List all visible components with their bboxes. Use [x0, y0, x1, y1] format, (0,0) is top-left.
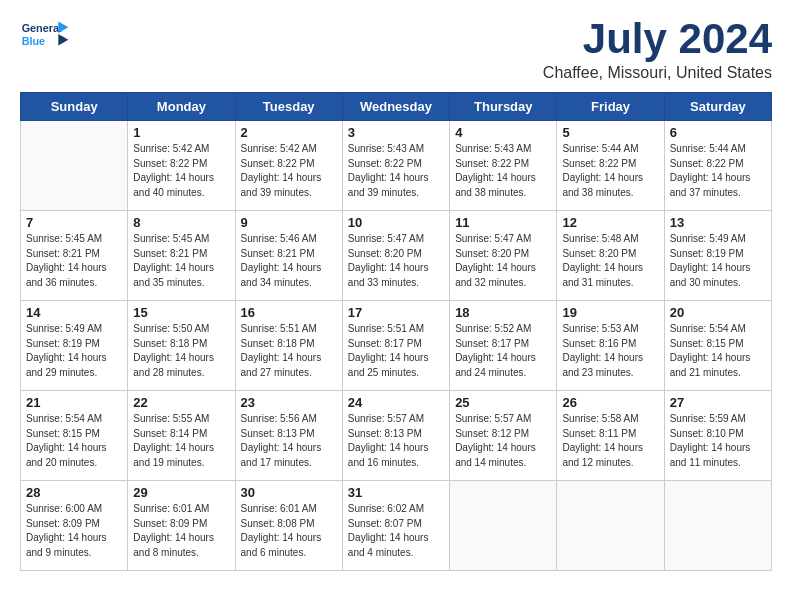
svg-text:Blue: Blue [22, 35, 45, 47]
subtitle: Chaffee, Missouri, United States [543, 64, 772, 82]
calendar-cell: 3Sunrise: 5:43 AMSunset: 8:22 PMDaylight… [342, 121, 449, 211]
logo: General Blue [20, 16, 70, 56]
day-info: Sunrise: 5:44 AMSunset: 8:22 PMDaylight:… [670, 142, 766, 200]
calendar-cell: 26Sunrise: 5:58 AMSunset: 8:11 PMDayligh… [557, 391, 664, 481]
day-number: 17 [348, 305, 444, 320]
day-info: Sunrise: 5:56 AMSunset: 8:13 PMDaylight:… [241, 412, 337, 470]
day-number: 5 [562, 125, 658, 140]
day-number: 1 [133, 125, 229, 140]
day-info: Sunrise: 5:45 AMSunset: 8:21 PMDaylight:… [133, 232, 229, 290]
day-header-sunday: Sunday [21, 93, 128, 121]
calendar-cell: 17Sunrise: 5:51 AMSunset: 8:17 PMDayligh… [342, 301, 449, 391]
day-info: Sunrise: 5:59 AMSunset: 8:10 PMDaylight:… [670, 412, 766, 470]
day-number: 28 [26, 485, 122, 500]
calendar-cell: 14Sunrise: 5:49 AMSunset: 8:19 PMDayligh… [21, 301, 128, 391]
calendar-cell: 11Sunrise: 5:47 AMSunset: 8:20 PMDayligh… [450, 211, 557, 301]
calendar-cell: 28Sunrise: 6:00 AMSunset: 8:09 PMDayligh… [21, 481, 128, 571]
calendar-cell: 4Sunrise: 5:43 AMSunset: 8:22 PMDaylight… [450, 121, 557, 211]
day-number: 9 [241, 215, 337, 230]
calendar-cell: 22Sunrise: 5:55 AMSunset: 8:14 PMDayligh… [128, 391, 235, 481]
calendar-cell: 23Sunrise: 5:56 AMSunset: 8:13 PMDayligh… [235, 391, 342, 481]
day-number: 19 [562, 305, 658, 320]
day-header-saturday: Saturday [664, 93, 771, 121]
day-number: 18 [455, 305, 551, 320]
day-header-thursday: Thursday [450, 93, 557, 121]
page-header: General Blue July 2024 Chaffee, Missouri… [20, 16, 772, 82]
day-info: Sunrise: 5:45 AMSunset: 8:21 PMDaylight:… [26, 232, 122, 290]
day-header-tuesday: Tuesday [235, 93, 342, 121]
day-number: 30 [241, 485, 337, 500]
day-number: 29 [133, 485, 229, 500]
calendar-cell [21, 121, 128, 211]
week-row-1: 1Sunrise: 5:42 AMSunset: 8:22 PMDaylight… [21, 121, 772, 211]
day-number: 24 [348, 395, 444, 410]
day-info: Sunrise: 5:44 AMSunset: 8:22 PMDaylight:… [562, 142, 658, 200]
day-info: Sunrise: 5:49 AMSunset: 8:19 PMDaylight:… [670, 232, 766, 290]
day-info: Sunrise: 5:54 AMSunset: 8:15 PMDaylight:… [670, 322, 766, 380]
calendar-cell: 19Sunrise: 5:53 AMSunset: 8:16 PMDayligh… [557, 301, 664, 391]
day-number: 31 [348, 485, 444, 500]
day-info: Sunrise: 5:42 AMSunset: 8:22 PMDaylight:… [241, 142, 337, 200]
day-info: Sunrise: 5:57 AMSunset: 8:12 PMDaylight:… [455, 412, 551, 470]
day-number: 16 [241, 305, 337, 320]
calendar-cell: 13Sunrise: 5:49 AMSunset: 8:19 PMDayligh… [664, 211, 771, 301]
day-info: Sunrise: 5:48 AMSunset: 8:20 PMDaylight:… [562, 232, 658, 290]
week-row-5: 28Sunrise: 6:00 AMSunset: 8:09 PMDayligh… [21, 481, 772, 571]
day-info: Sunrise: 5:57 AMSunset: 8:13 PMDaylight:… [348, 412, 444, 470]
calendar-cell: 24Sunrise: 5:57 AMSunset: 8:13 PMDayligh… [342, 391, 449, 481]
calendar-cell: 29Sunrise: 6:01 AMSunset: 8:09 PMDayligh… [128, 481, 235, 571]
day-number: 10 [348, 215, 444, 230]
svg-marker-2 [58, 21, 68, 33]
day-info: Sunrise: 5:52 AMSunset: 8:17 PMDaylight:… [455, 322, 551, 380]
day-info: Sunrise: 5:43 AMSunset: 8:22 PMDaylight:… [348, 142, 444, 200]
day-info: Sunrise: 6:01 AMSunset: 8:09 PMDaylight:… [133, 502, 229, 560]
week-row-4: 21Sunrise: 5:54 AMSunset: 8:15 PMDayligh… [21, 391, 772, 481]
calendar-cell: 1Sunrise: 5:42 AMSunset: 8:22 PMDaylight… [128, 121, 235, 211]
day-info: Sunrise: 5:58 AMSunset: 8:11 PMDaylight:… [562, 412, 658, 470]
calendar-cell [664, 481, 771, 571]
day-number: 4 [455, 125, 551, 140]
day-number: 13 [670, 215, 766, 230]
svg-marker-3 [58, 34, 68, 46]
calendar-cell: 20Sunrise: 5:54 AMSunset: 8:15 PMDayligh… [664, 301, 771, 391]
main-title: July 2024 [543, 16, 772, 62]
day-info: Sunrise: 5:49 AMSunset: 8:19 PMDaylight:… [26, 322, 122, 380]
logo-icon: General Blue [20, 16, 70, 56]
day-number: 23 [241, 395, 337, 410]
day-header-wednesday: Wednesday [342, 93, 449, 121]
calendar-cell: 2Sunrise: 5:42 AMSunset: 8:22 PMDaylight… [235, 121, 342, 211]
calendar-cell: 25Sunrise: 5:57 AMSunset: 8:12 PMDayligh… [450, 391, 557, 481]
day-info: Sunrise: 5:47 AMSunset: 8:20 PMDaylight:… [348, 232, 444, 290]
day-info: Sunrise: 5:47 AMSunset: 8:20 PMDaylight:… [455, 232, 551, 290]
calendar-cell [450, 481, 557, 571]
calendar-cell [557, 481, 664, 571]
calendar-cell: 12Sunrise: 5:48 AMSunset: 8:20 PMDayligh… [557, 211, 664, 301]
day-number: 12 [562, 215, 658, 230]
calendar-cell: 10Sunrise: 5:47 AMSunset: 8:20 PMDayligh… [342, 211, 449, 301]
day-number: 20 [670, 305, 766, 320]
calendar-cell: 6Sunrise: 5:44 AMSunset: 8:22 PMDaylight… [664, 121, 771, 211]
calendar-cell: 15Sunrise: 5:50 AMSunset: 8:18 PMDayligh… [128, 301, 235, 391]
day-number: 25 [455, 395, 551, 410]
calendar-cell: 21Sunrise: 5:54 AMSunset: 8:15 PMDayligh… [21, 391, 128, 481]
svg-text:General: General [22, 22, 62, 34]
calendar-table: SundayMondayTuesdayWednesdayThursdayFrid… [20, 92, 772, 571]
day-info: Sunrise: 5:42 AMSunset: 8:22 PMDaylight:… [133, 142, 229, 200]
day-header-friday: Friday [557, 93, 664, 121]
day-info: Sunrise: 5:51 AMSunset: 8:17 PMDaylight:… [348, 322, 444, 380]
calendar-cell: 30Sunrise: 6:01 AMSunset: 8:08 PMDayligh… [235, 481, 342, 571]
day-info: Sunrise: 5:55 AMSunset: 8:14 PMDaylight:… [133, 412, 229, 470]
day-info: Sunrise: 6:02 AMSunset: 8:07 PMDaylight:… [348, 502, 444, 560]
day-number: 3 [348, 125, 444, 140]
week-row-3: 14Sunrise: 5:49 AMSunset: 8:19 PMDayligh… [21, 301, 772, 391]
day-number: 27 [670, 395, 766, 410]
day-number: 14 [26, 305, 122, 320]
day-info: Sunrise: 5:51 AMSunset: 8:18 PMDaylight:… [241, 322, 337, 380]
calendar-cell: 7Sunrise: 5:45 AMSunset: 8:21 PMDaylight… [21, 211, 128, 301]
calendar-cell: 31Sunrise: 6:02 AMSunset: 8:07 PMDayligh… [342, 481, 449, 571]
calendar-cell: 9Sunrise: 5:46 AMSunset: 8:21 PMDaylight… [235, 211, 342, 301]
day-info: Sunrise: 6:01 AMSunset: 8:08 PMDaylight:… [241, 502, 337, 560]
day-number: 26 [562, 395, 658, 410]
day-number: 11 [455, 215, 551, 230]
day-header-monday: Monday [128, 93, 235, 121]
